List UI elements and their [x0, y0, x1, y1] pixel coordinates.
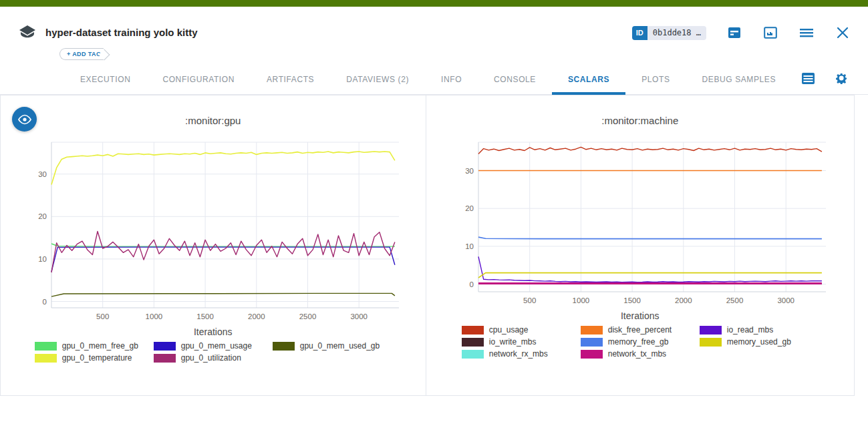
svg-text:10: 10	[38, 255, 47, 263]
legend-label: gpu_0_temperature	[62, 353, 132, 363]
svg-text:30: 30	[465, 167, 474, 175]
legend-label: cpu_usage	[489, 325, 529, 335]
svg-text:500: 500	[96, 312, 109, 320]
chart-monitor-machine: :monitor:machine 01020305001000150020002…	[426, 95, 855, 395]
close-icon[interactable]	[835, 25, 851, 40]
svg-text:3000: 3000	[350, 312, 368, 320]
tab-dataviews-2[interactable]: DATAVIEWS (2)	[330, 67, 425, 95]
tab-scalars[interactable]: SCALARS	[552, 67, 625, 95]
tab-artifacts[interactable]: ARTIFACTS	[251, 67, 330, 95]
tab-info[interactable]: INFO	[425, 67, 478, 95]
legend-swatch	[462, 326, 484, 335]
settings-gear-icon[interactable]	[833, 71, 849, 85]
id-label: ID	[632, 26, 647, 40]
hide-plots-eye-button[interactable]	[12, 107, 37, 132]
chart-monitor-gpu: :monitor:gpu 010203050010001500200025003…	[1, 95, 426, 395]
legend-item-memory_free_gb[interactable]: memory_free_gb	[581, 337, 700, 347]
legend-item-gpu_0_mem_used_gb[interactable]: gpu_0_mem_used_gb	[273, 341, 392, 351]
svg-text:1500: 1500	[196, 312, 214, 320]
svg-text:2500: 2500	[726, 296, 743, 304]
legend-label: memory_free_gb	[608, 337, 669, 347]
chart-title: :monitor:gpu	[1, 113, 426, 136]
tab-bar: EXECUTIONCONFIGURATIONARTIFACTSDATAVIEWS…	[0, 67, 868, 95]
x-axis-title: Iterations	[1, 326, 426, 337]
menu-icon[interactable]	[799, 25, 815, 40]
svg-text:500: 500	[523, 296, 536, 304]
legend-label: gpu_0_mem_free_gb	[62, 341, 138, 351]
svg-text:0: 0	[42, 298, 46, 306]
legend-item-network_tx_mbs[interactable]: network_tx_mbs	[581, 349, 700, 359]
legend-label: network_rx_mbs	[489, 349, 548, 359]
x-axis-title: Iterations	[426, 310, 855, 321]
legend-label: gpu_0_mem_usage	[181, 341, 252, 351]
legend-swatch	[462, 338, 484, 347]
legend-swatch	[154, 342, 176, 351]
legend-swatch	[35, 354, 57, 363]
legend-label: gpu_0_utilization	[181, 353, 241, 363]
legend-item-io_read_mbs[interactable]: io_read_mbs	[700, 325, 819, 335]
tab-debug-samples[interactable]: DEBUG SAMPLES	[686, 67, 792, 95]
chart-legend: cpu_usagedisk_free_percentio_read_mbsio_…	[426, 325, 855, 359]
legend-item-gpu_0_temperature[interactable]: gpu_0_temperature	[35, 353, 154, 363]
tab-bar-tabs: EXECUTIONCONFIGURATIONARTIFACTSDATAVIEWS…	[0, 67, 792, 94]
experiment-header: hyper-dataset training yolo kitty + ADD …	[0, 7, 868, 67]
app-window: PUBLISHED hyper-dataset training yolo ki…	[0, 0, 868, 442]
legend-item-gpu_0_utilization[interactable]: gpu_0_utilization	[154, 353, 273, 363]
add-tag-button[interactable]: + ADD TAG	[59, 48, 104, 60]
svg-text:30: 30	[38, 170, 47, 178]
legend-swatch	[462, 350, 484, 359]
tab-console[interactable]: CONSOLE	[478, 67, 552, 95]
legend-item-network_rx_mbs[interactable]: network_rx_mbs	[462, 349, 581, 359]
tab-configuration[interactable]: CONFIGURATION	[146, 67, 251, 95]
tab-bar-actions	[800, 71, 849, 85]
legend-label: gpu_0_mem_used_gb	[300, 341, 380, 351]
svg-text:10: 10	[465, 242, 474, 250]
svg-text:1000: 1000	[145, 312, 162, 320]
metrics-image-icon[interactable]	[762, 25, 778, 40]
legend-label: memory_used_gb	[727, 337, 791, 347]
id-value: 0b1dde18 …	[647, 26, 706, 40]
legend-swatch	[35, 342, 57, 351]
legend-item-gpu_0_mem_usage[interactable]: gpu_0_mem_usage	[154, 341, 273, 351]
legend-swatch	[700, 326, 722, 335]
header-actions: ID 0b1dde18 …	[632, 25, 851, 40]
svg-text:20: 20	[465, 204, 474, 212]
svg-text:2500: 2500	[299, 312, 316, 320]
svg-text:2000: 2000	[675, 296, 692, 304]
legend-swatch	[581, 350, 603, 359]
legend-swatch	[273, 342, 295, 351]
legend-item-gpu_0_mem_free_gb[interactable]: gpu_0_mem_free_gb	[35, 341, 154, 351]
legend-item-cpu_usage[interactable]: cpu_usage	[462, 325, 581, 335]
legend-swatch	[581, 326, 603, 335]
svg-text:1000: 1000	[572, 296, 589, 304]
add-tag-label: + ADD TAG	[67, 51, 101, 57]
svg-text:1500: 1500	[623, 296, 641, 304]
comments-icon[interactable]	[726, 25, 742, 40]
legend-item-disk_free_percent[interactable]: disk_free_percent	[581, 325, 700, 335]
svg-text:0: 0	[469, 280, 473, 288]
legend-swatch	[581, 338, 603, 347]
chart-title: :monitor:machine	[426, 113, 855, 136]
legend-label: disk_free_percent	[608, 325, 672, 335]
experiment-type-icon	[17, 24, 37, 45]
experiment-id-badge[interactable]: ID 0b1dde18 …	[632, 26, 706, 40]
machine-line-plot[interactable]: 010203050010001500200025003000	[449, 136, 831, 309]
chart-legend: gpu_0_mem_free_gbgpu_0_mem_usagegpu_0_me…	[1, 341, 426, 363]
svg-text:20: 20	[38, 212, 47, 220]
experiment-title: hyper-dataset training yolo kitty	[45, 27, 198, 38]
legend-label: io_read_mbs	[727, 325, 773, 335]
scalars-panel: :monitor:gpu 010203050010001500200025003…	[0, 95, 855, 396]
eye-icon	[17, 114, 32, 125]
svg-text:2000: 2000	[248, 312, 265, 320]
legend-swatch	[154, 354, 176, 363]
table-view-icon[interactable]	[800, 71, 816, 85]
legend-label: io_write_mbs	[489, 337, 537, 347]
legend-swatch	[700, 338, 722, 347]
legend-item-memory_used_gb[interactable]: memory_used_gb	[700, 337, 819, 347]
legend-label: network_tx_mbs	[608, 349, 666, 359]
gpu-line-plot[interactable]: 010203050010001500200025003000	[22, 136, 404, 325]
tab-execution[interactable]: EXECUTION	[64, 67, 146, 95]
svg-text:3000: 3000	[777, 296, 794, 304]
tab-plots[interactable]: PLOTS	[625, 67, 686, 95]
legend-item-io_write_mbs[interactable]: io_write_mbs	[462, 337, 581, 347]
